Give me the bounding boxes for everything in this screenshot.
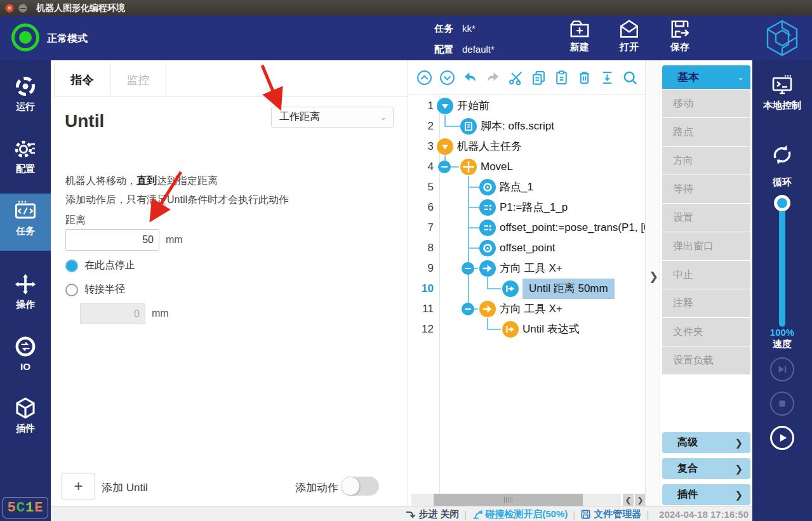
collapse-minus-icon[interactable] bbox=[438, 161, 451, 173]
horizontal-scrollbar-thumb[interactable] bbox=[434, 494, 583, 506]
panel-expander[interactable]: ❯ bbox=[645, 60, 660, 506]
blend-radius-option[interactable]: 转接半径 bbox=[65, 283, 125, 296]
direction-node-icon[interactable] bbox=[479, 260, 496, 277]
until-node-icon[interactable] bbox=[502, 321, 519, 338]
sidebar-item-plugin[interactable]: 插件 bbox=[0, 391, 51, 448]
open-button[interactable]: 打开 bbox=[609, 18, 649, 58]
tab-instruction[interactable]: 指令 bbox=[55, 63, 110, 96]
add-until-button[interactable]: + bbox=[62, 473, 95, 499]
line-number: 12 bbox=[408, 319, 434, 340]
palette-item[interactable]: 移动 bbox=[662, 89, 750, 117]
radio-unselected-icon[interactable] bbox=[65, 284, 78, 296]
play-button[interactable] bbox=[770, 426, 794, 450]
speed-slider-thumb[interactable] bbox=[774, 195, 790, 211]
tree-row[interactable]: 9方向 工具 X+ bbox=[408, 258, 645, 279]
save-button[interactable]: 保存 bbox=[660, 18, 700, 58]
copy-icon[interactable] bbox=[530, 69, 547, 86]
speed-slider-track[interactable] bbox=[779, 205, 785, 327]
minimize-icon[interactable]: — bbox=[18, 4, 27, 13]
tree-row[interactable]: 3机器人主任务 bbox=[408, 136, 645, 157]
tree-row-label[interactable]: 方向 工具 X+ bbox=[500, 299, 562, 319]
stop-here-option[interactable]: 在此点停止 bbox=[65, 259, 135, 272]
tree-row[interactable]: 7offset_point:=pose_trans(P1, [0,0 bbox=[408, 218, 645, 238]
move-node-icon[interactable] bbox=[460, 159, 477, 175]
scroll-left-icon[interactable]: ❮ bbox=[623, 494, 634, 506]
assign-node-icon[interactable] bbox=[479, 199, 496, 216]
palette-item[interactable]: 方向 bbox=[662, 147, 750, 175]
tree-row[interactable]: 2脚本: offs.script bbox=[408, 116, 645, 136]
delete-icon[interactable] bbox=[576, 69, 593, 86]
tree-row-label[interactable]: Until 距离 50mm bbox=[522, 279, 615, 299]
palette-item[interactable]: 中止 bbox=[662, 261, 750, 289]
tree-row-label[interactable]: MoveL bbox=[481, 157, 513, 177]
tree-row[interactable]: 8offset_point bbox=[408, 238, 645, 258]
step-forward-button[interactable] bbox=[770, 357, 794, 381]
palette-item[interactable]: 设置 bbox=[662, 204, 750, 232]
loop-icon[interactable] bbox=[770, 143, 794, 167]
sidebar-item-operate[interactable]: 操作 bbox=[0, 267, 51, 324]
assign-node-icon[interactable] bbox=[479, 220, 496, 236]
palette-item[interactable]: 文件夹 bbox=[662, 318, 750, 346]
close-icon[interactable]: ✕ bbox=[5, 4, 14, 13]
collapse-node-icon[interactable] bbox=[437, 98, 453, 114]
palette-item[interactable]: 注释 bbox=[662, 289, 750, 317]
radio-selected-icon[interactable] bbox=[65, 260, 78, 272]
insert-icon[interactable] bbox=[599, 69, 616, 86]
waypoint-node-icon[interactable] bbox=[479, 179, 496, 195]
step-mode-status[interactable]: 步进 关闭 bbox=[405, 508, 459, 520]
tree-row-label[interactable]: 机器人主任务 bbox=[457, 136, 522, 157]
undo-icon[interactable] bbox=[462, 69, 479, 86]
cut-icon[interactable] bbox=[507, 69, 524, 86]
tree-row-label[interactable]: 路点_1 bbox=[500, 177, 533, 197]
script-node-icon[interactable] bbox=[460, 118, 477, 135]
collapse-node-icon[interactable] bbox=[437, 138, 453, 155]
tree-row[interactable]: 6P1:=路点_1_p bbox=[408, 197, 645, 218]
local-control-icon[interactable] bbox=[770, 73, 794, 97]
blend-radius-input[interactable] bbox=[80, 303, 145, 324]
expand-all-icon[interactable] bbox=[439, 69, 456, 86]
sidebar-item-config[interactable]: 配置 bbox=[0, 131, 51, 188]
tree-row[interactable]: 1开始前 bbox=[408, 96, 645, 116]
tree-row-label[interactable]: offset_point:=pose_trans(P1, [0,0 bbox=[500, 218, 659, 238]
tree-row[interactable]: 4MoveL bbox=[408, 157, 645, 177]
tree-row[interactable]: 10Until 距离 50mm bbox=[408, 279, 645, 299]
condition-type-dropdown[interactable]: 工作距离 ⌄ bbox=[271, 107, 394, 128]
palette-item[interactable]: 设置负载 bbox=[662, 346, 750, 374]
tree-row[interactable]: 5路点_1 bbox=[408, 177, 645, 197]
tree-row-label[interactable]: Until 表达式 bbox=[522, 319, 580, 340]
file-manager-status[interactable]: 文件管理器 bbox=[580, 508, 641, 520]
palette-item[interactable]: 弹出窗口 bbox=[662, 232, 750, 260]
stop-button[interactable] bbox=[770, 392, 794, 416]
palette-group[interactable]: 高级 ❯ bbox=[662, 432, 750, 453]
collision-detection-status[interactable]: 碰撞检测开启(50%) bbox=[472, 508, 568, 520]
palette-category-basic[interactable]: 基本 ⌄ bbox=[662, 65, 750, 89]
tree-row[interactable]: 11方向 工具 X+ bbox=[408, 299, 645, 319]
collapse-minus-icon[interactable] bbox=[462, 262, 474, 275]
tree-row-label[interactable]: 开始前 bbox=[457, 96, 489, 116]
distance-input[interactable] bbox=[65, 229, 159, 251]
add-action-toggle[interactable] bbox=[341, 477, 379, 496]
collapse-minus-icon[interactable] bbox=[462, 303, 474, 315]
tab-monitor[interactable]: 监控 bbox=[110, 63, 166, 96]
palette-item[interactable]: 路点 bbox=[662, 118, 750, 146]
tree-row-label[interactable]: offset_point bbox=[500, 238, 556, 258]
tree-row-label[interactable]: 方向 工具 X+ bbox=[500, 258, 562, 279]
until-node-icon[interactable] bbox=[502, 280, 519, 297]
direction-node-icon[interactable] bbox=[479, 301, 496, 317]
waypoint-node-icon[interactable] bbox=[479, 240, 496, 256]
sidebar-item-io[interactable]: IO bbox=[0, 329, 51, 386]
palette-group[interactable]: 复合 ❯ bbox=[662, 458, 750, 479]
palette-item[interactable]: 等待 bbox=[662, 175, 750, 203]
search-icon[interactable] bbox=[622, 69, 639, 86]
tree-row-label[interactable]: P1:=路点_1_p bbox=[500, 197, 568, 218]
new-button[interactable]: 新建 bbox=[559, 18, 600, 58]
sidebar-item-task[interactable]: 任务 bbox=[0, 194, 51, 251]
paste-icon[interactable] bbox=[553, 69, 570, 86]
palette-group[interactable]: 插件 ❯ bbox=[662, 484, 750, 505]
sidebar-item-run[interactable]: 运行 bbox=[0, 69, 51, 126]
collapse-all-icon[interactable] bbox=[416, 69, 433, 86]
tree-row[interactable]: 12Until 表达式 bbox=[408, 319, 645, 340]
scroll-right-icon[interactable]: ❯ bbox=[635, 494, 646, 506]
tree-row-label[interactable]: 脚本: offs.script bbox=[481, 116, 554, 136]
chevron-right-icon: ❯ bbox=[735, 437, 743, 449]
